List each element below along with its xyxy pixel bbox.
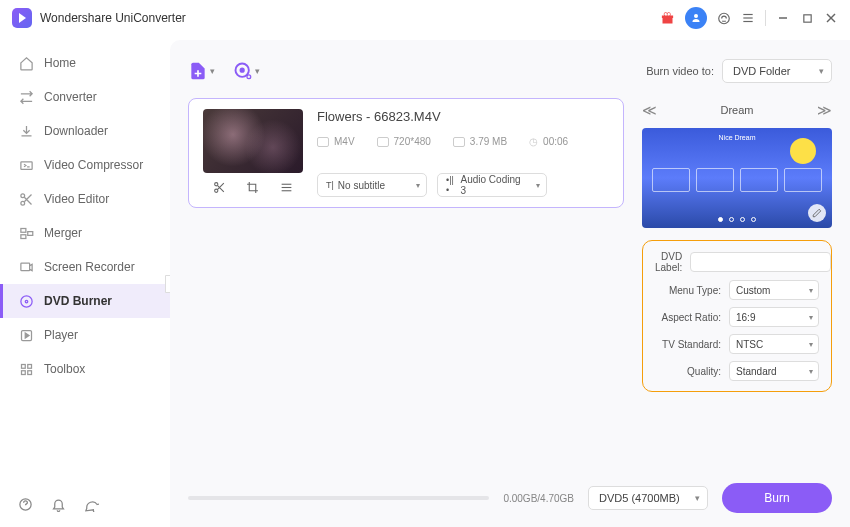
add-file-button[interactable]: ▾ (188, 61, 215, 81)
sidebar-label: Video Editor (44, 192, 109, 206)
clock-icon: ◷ (529, 136, 538, 147)
sidebar-label: Downloader (44, 124, 108, 138)
effects-icon[interactable] (280, 181, 293, 194)
template-preview-title: Nice Dream (719, 134, 756, 141)
file-resolution: 720*480 (394, 136, 431, 147)
audio-dropdown[interactable]: •||•Audio Coding 3 (437, 173, 547, 197)
svg-rect-19 (21, 364, 25, 368)
svg-rect-6 (803, 14, 810, 21)
template-prev-button[interactable]: ≪ (642, 102, 657, 118)
sidebar-label: Video Compressor (44, 158, 143, 172)
template-slot (652, 168, 690, 192)
support-icon[interactable] (717, 11, 731, 25)
template-name: Dream (720, 104, 753, 116)
sidebar-item-compressor[interactable]: Video Compressor (0, 148, 170, 182)
merger-icon (18, 225, 34, 241)
template-edit-button[interactable] (808, 204, 826, 222)
svg-point-30 (215, 183, 218, 186)
converter-icon (18, 89, 34, 105)
video-thumbnail[interactable] (203, 109, 303, 173)
svg-rect-14 (27, 231, 32, 235)
quality-dropdown[interactable]: Standard (729, 361, 819, 381)
svg-rect-13 (20, 234, 25, 238)
moon-graphic (790, 138, 816, 164)
burn-button[interactable]: Burn (722, 483, 832, 513)
recorder-icon (18, 259, 34, 275)
template-dot[interactable] (718, 217, 723, 222)
sidebar-item-downloader[interactable]: Downloader (0, 114, 170, 148)
sidebar-label: Home (44, 56, 76, 70)
aspect-ratio-dropdown[interactable]: 16:9 (729, 307, 819, 327)
sidebar-label: Converter (44, 90, 97, 104)
resolution-icon (377, 137, 389, 147)
sidebar-label: Player (44, 328, 78, 342)
file-format: M4V (334, 136, 355, 147)
svg-rect-21 (21, 370, 25, 374)
tv-standard-label: TV Standard: (655, 339, 721, 350)
minimize-button[interactable] (776, 11, 790, 25)
sidebar: Home Converter Downloader Video Compress… (0, 36, 170, 527)
sidebar-item-player[interactable]: Player (0, 318, 170, 352)
svg-rect-12 (20, 228, 25, 232)
svg-rect-15 (20, 263, 29, 271)
burn-target-dropdown[interactable]: DVD Folder (722, 59, 832, 83)
user-avatar-icon[interactable] (685, 7, 707, 29)
menu-icon[interactable] (741, 11, 755, 25)
sidebar-item-burner[interactable]: DVD Burner (0, 284, 170, 318)
close-button[interactable] (824, 11, 838, 25)
template-preview[interactable]: Nice Dream (642, 128, 832, 228)
trim-icon[interactable] (213, 181, 226, 194)
burn-to-label: Burn video to: (646, 65, 714, 77)
add-disc-button[interactable]: ▾ (233, 61, 260, 81)
menu-type-label: Menu Type: (655, 285, 721, 296)
format-icon (317, 137, 329, 147)
feedback-icon[interactable] (84, 497, 99, 512)
home-icon (18, 55, 34, 71)
file-duration: 00:06 (543, 136, 568, 147)
disc-type-dropdown[interactable]: DVD5 (4700MB) (588, 486, 708, 510)
maximize-button[interactable] (800, 11, 814, 25)
sidebar-item-home[interactable]: Home (0, 46, 170, 80)
aspect-ratio-label: Aspect Ratio: (655, 312, 721, 323)
tv-standard-dropdown[interactable]: NTSC (729, 334, 819, 354)
sidebar-item-recorder[interactable]: Screen Recorder (0, 250, 170, 284)
crop-icon[interactable] (246, 181, 259, 194)
menu-type-dropdown[interactable]: Custom (729, 280, 819, 300)
sidebar-item-merger[interactable]: Merger (0, 216, 170, 250)
svg-point-0 (694, 14, 698, 18)
size-icon (453, 137, 465, 147)
gift-icon[interactable] (660, 11, 675, 26)
template-dot[interactable] (751, 217, 756, 222)
sidebar-item-converter[interactable]: Converter (0, 80, 170, 114)
dvd-label-label: DVD Label: (655, 251, 682, 273)
help-icon[interactable] (18, 497, 33, 512)
template-dot[interactable] (729, 217, 734, 222)
svg-point-16 (20, 295, 31, 306)
quality-label: Quality: (655, 366, 721, 377)
sidebar-item-editor[interactable]: Video Editor (0, 182, 170, 216)
download-icon (18, 123, 34, 139)
sidebar-item-toolbox[interactable]: Toolbox (0, 352, 170, 386)
template-slot (740, 168, 778, 192)
svg-point-10 (20, 193, 24, 197)
file-size: 3.79 MB (470, 136, 507, 147)
svg-point-25 (241, 69, 244, 72)
template-dot[interactable] (740, 217, 745, 222)
svg-point-1 (719, 13, 730, 24)
file-card[interactable]: Flowers - 66823.M4V M4V 720*480 3.79 MB … (188, 98, 624, 208)
sidebar-label: DVD Burner (44, 294, 112, 308)
disc-icon (18, 293, 34, 309)
svg-rect-20 (27, 364, 31, 368)
play-icon (18, 327, 34, 343)
scissors-icon (18, 191, 34, 207)
notification-icon[interactable] (51, 497, 66, 512)
sidebar-label: Toolbox (44, 362, 85, 376)
sidebar-label: Screen Recorder (44, 260, 135, 274)
dvd-label-input[interactable] (690, 252, 831, 272)
template-next-button[interactable]: ≫ (817, 102, 832, 118)
app-title: Wondershare UniConverter (40, 11, 186, 25)
subtitle-dropdown[interactable]: T|No subtitle (317, 173, 427, 197)
toolbox-icon (18, 361, 34, 377)
template-slot (696, 168, 734, 192)
svg-point-17 (25, 300, 28, 303)
